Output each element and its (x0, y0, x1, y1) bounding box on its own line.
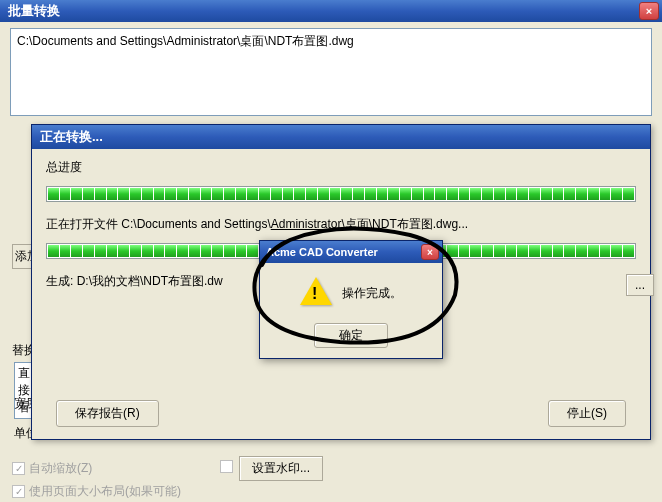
opening-prefix: 正在打开文件 C:\Documents and Settings\ (46, 217, 271, 231)
opening-file-text: 正在打开文件 C:\Documents and Settings\Adminis… (46, 216, 636, 233)
browse-button[interactable]: ... (626, 274, 654, 296)
watermark-checkbox-wrap (220, 460, 233, 476)
acme-message: 操作完成。 (342, 285, 402, 302)
file-list-box[interactable]: C:\Documents and Settings\Administrator\… (10, 28, 652, 116)
warning-icon (300, 277, 332, 309)
total-progress-bar (46, 186, 636, 202)
acme-popup: Acme CAD Converter × 操作完成。 确定 (259, 240, 443, 359)
acme-body: 操作完成。 确定 (260, 263, 442, 358)
output-text: 生成: D:\我的文档\NDT布置图.dw (46, 273, 223, 290)
total-progress-label: 总进度 (46, 159, 636, 176)
opening-underlined: Administrator (271, 217, 342, 231)
watermark-checkbox[interactable] (220, 460, 233, 473)
save-report-button[interactable]: 保存报告(R) (56, 400, 159, 427)
acme-titlebar: Acme CAD Converter × (260, 241, 442, 263)
auto-scale-label: 自动缩放(Z) (29, 460, 92, 477)
right-controls: ... (626, 274, 654, 296)
bottom-checkbox-group: ✓ 自动缩放(Z) ✓ 使用页面大小布局(如果可能) (12, 460, 181, 502)
page-layout-label: 使用页面大小布局(如果可能) (29, 483, 181, 500)
opening-suffix: \桌面\NDT布置图.dwg... (341, 217, 468, 231)
page-layout-row: ✓ 使用页面大小布局(如果可能) (12, 483, 181, 500)
main-titlebar: 批量转换 × (0, 0, 662, 22)
main-title: 批量转换 (8, 2, 60, 20)
file-entry[interactable]: C:\Documents and Settings\Administrator\… (17, 33, 645, 49)
stop-button[interactable]: 停止(S) (548, 400, 626, 427)
acme-close-icon[interactable]: × (421, 244, 439, 260)
auto-scale-checkbox[interactable]: ✓ (12, 462, 25, 475)
watermark-button[interactable]: 设置水印... (239, 456, 323, 481)
dialog-button-row: 保存报告(R) 停止(S) (46, 400, 636, 427)
ok-button[interactable]: 确定 (314, 323, 388, 348)
acme-content-row: 操作完成。 (300, 277, 402, 309)
close-icon[interactable]: × (639, 2, 659, 20)
page-layout-checkbox[interactable]: ✓ (12, 485, 25, 498)
acme-title: Acme CAD Converter (266, 246, 378, 258)
progress-fill (48, 188, 634, 200)
auto-scale-row: ✓ 自动缩放(Z) (12, 460, 181, 477)
convert-titlebar: 正在转换... (32, 125, 650, 149)
convert-title: 正在转换... (40, 128, 103, 146)
